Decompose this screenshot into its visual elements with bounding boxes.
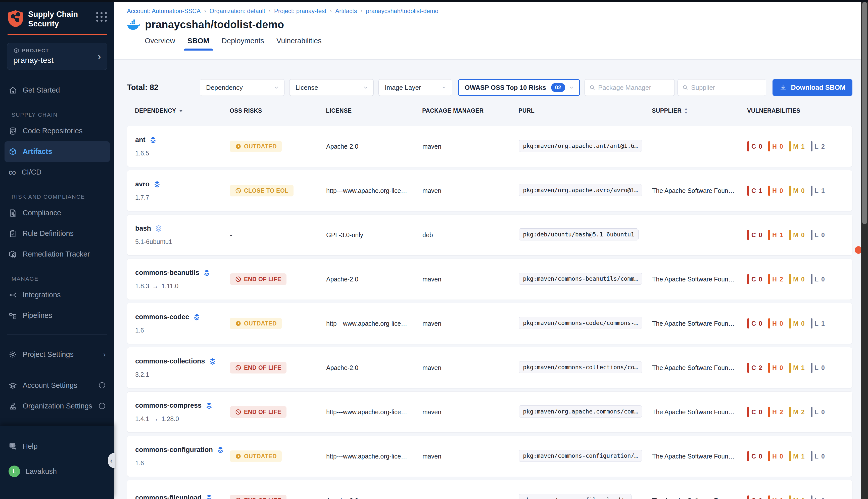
sidebar-item-integrations[interactable]: Integrations [4, 285, 110, 305]
severity-count-C: C0 [747, 407, 762, 417]
package-manager-cell: maven [423, 276, 519, 283]
download-sbom-button[interactable]: Download SBOM [772, 79, 852, 96]
purl-chip[interactable]: pkg:maven/commons-codec/commons-… [519, 317, 642, 329]
severity-count-H: H0 [768, 451, 783, 461]
oss-risk-cell: OUTDATED - [230, 141, 326, 152]
dependency-name: commons-codec [135, 313, 189, 321]
chevron-right-icon: › [103, 350, 106, 358]
purl-chip[interactable]: pkg:maven/commons-beanutils/comm… [519, 273, 642, 285]
vulnerabilities-cell: C1H0M0L1 [747, 186, 853, 196]
table-row[interactable]: commons-compress 1.4.1 → 1.28.0 END OF L… [127, 391, 852, 433]
breadcrumb-artifact-name[interactable]: pranaycshah/todolist-demo [366, 8, 438, 15]
column-header-package-manager: PACKAGE MANAGER [422, 107, 518, 114]
app-switcher-icon[interactable] [96, 12, 107, 22]
oss-risk-cell: END OF LIFE - [230, 406, 326, 418]
sidebar-item-get-started[interactable]: Get Started [4, 80, 110, 101]
sidebar-item-organization-settings[interactable]: Organization Settings [4, 395, 110, 416]
info-icon[interactable] [98, 402, 106, 410]
table-row[interactable]: commons-fileupload → END OF LIFE - Ap [127, 480, 852, 499]
severity-count-H: H0 [768, 318, 783, 328]
breadcrumb-separator: › [330, 8, 332, 14]
sidebar-divider [7, 334, 107, 335]
table-row[interactable]: commons-beanutils 1.8.3 → 1.11.0 END OF … [127, 258, 852, 300]
purl-chip[interactable]: pkg:maven/commons-collections/co… [519, 361, 642, 373]
severity-count-C: C0 [747, 318, 762, 328]
severity-count-L: L0 [811, 363, 825, 373]
sidebar-item-label: Help [23, 442, 38, 450]
total-count: Total: 82 [127, 83, 200, 92]
column-header-purl: PURL [518, 107, 652, 114]
remediation-tracker-icon [9, 250, 17, 258]
supplier-search-input[interactable] [691, 84, 762, 92]
sidebar-item-rule-definitions[interactable]: Rule Definitions [4, 223, 110, 244]
sidebar-item-pipelines[interactable]: Pipelines [4, 305, 110, 326]
supplier-cell: The Apache Software Foun… [652, 364, 747, 372]
dependency-filter-dropdown[interactable]: Dependency [200, 79, 285, 96]
info-icon[interactable] [98, 381, 106, 389]
package-manager-cell: maven [423, 497, 519, 499]
license-cell: GPL-3.0-only [326, 231, 423, 239]
column-header-supplier[interactable]: SUPPLIER [652, 107, 747, 114]
project-name: pranay-test [13, 56, 98, 65]
package-manager-search[interactable] [584, 79, 675, 96]
breadcrumb-project[interactable]: Project: pranay-test [274, 8, 326, 15]
license-filter-dropdown[interactable]: License [289, 79, 374, 96]
owasp-oss-risks-filter-dropdown[interactable]: OWASP OSS Top 10 Risks 02 [458, 79, 580, 96]
severity-count-M: M0 [789, 186, 805, 196]
license-cell: http---www.apache.org-lice… [326, 187, 423, 194]
sidebar-item-remediation-tracker[interactable]: Remediation Tracker [4, 244, 110, 265]
table-row[interactable]: bash 5.1-6ubuntu1 → - GPL-3.0-only [127, 214, 852, 256]
sidebar-item-artifacts[interactable]: Artifacts [4, 141, 110, 162]
project-selector[interactable]: PROJECT pranay-test › [7, 43, 107, 70]
sort-desc-icon [179, 109, 183, 113]
layers-icon [216, 446, 224, 454]
sidebar-item-code-repositories[interactable]: Code Repositories [4, 121, 110, 141]
package-manager-search-input[interactable] [598, 84, 670, 92]
sidebar-item-cicd[interactable]: ∞ CI/CD [4, 162, 110, 183]
help-chat-icon: ? [9, 442, 17, 450]
breadcrumb-account[interactable]: Account: Automation-SSCA [127, 8, 201, 15]
table-row[interactable]: commons-codec 1.6 → OUTDATED - http--- [127, 303, 852, 344]
dependency-name: commons-beanutils [135, 269, 199, 277]
table-row[interactable]: ant 1.6.5 → OUTDATED - Apache-2.0 [127, 126, 852, 167]
breadcrumb-artifacts[interactable]: Artifacts [335, 8, 357, 15]
table-row[interactable]: avro 1.7.7 → CLOSE TO EOL - http---www [127, 170, 852, 211]
sidebar-item-compliance[interactable]: Compliance [4, 203, 110, 223]
image-layer-filter-dropdown[interactable]: Image Layer [378, 79, 452, 96]
purl-chip[interactable]: pkg:maven/org.apache.ant/ant@1.6… [519, 140, 642, 152]
supplier-search[interactable] [678, 79, 766, 96]
package-manager-cell: maven [423, 143, 519, 150]
dependency-name: bash [135, 224, 151, 232]
tab-deployments[interactable]: Deployments [222, 37, 264, 51]
scrollbar-thumb[interactable] [862, 2, 867, 224]
tab-bar: Overview SBOM Deployments Vulnerabilitie… [145, 37, 861, 51]
sidebar-item-project-settings[interactable]: Project Settings › [4, 344, 110, 365]
purl-chip[interactable]: pkg:maven/org.apache.commons/com… [519, 405, 642, 417]
dependency-cell: commons-fileupload → [135, 494, 230, 499]
vulnerabilities-cell: C0H0M0L1 [747, 318, 853, 328]
purl-chip[interactable]: pkg:maven/commons-configuration/… [519, 450, 642, 462]
sidebar-item-help[interactable]: ? Help [4, 436, 110, 457]
breadcrumb-organization[interactable]: Organization: default [210, 8, 265, 15]
purl-chip[interactable]: pkg:maven/org.apache.avro/avro@1… [519, 184, 642, 196]
supply-chain-security-logo-icon [8, 10, 24, 28]
purl-chip[interactable]: pkg:deb/ubuntu/bash@5.1-6ubuntu1 [519, 228, 639, 241]
tab-sbom[interactable]: SBOM [188, 37, 209, 51]
purl-cell: pkg:maven/commons-fileupload/… [519, 494, 652, 499]
sidebar-item-account-settings[interactable]: Account Settings [4, 375, 110, 395]
tab-overview[interactable]: Overview [145, 37, 175, 51]
vulnerabilities-cell: C2H0M1L0 [747, 363, 853, 373]
pipelines-icon [9, 312, 17, 320]
package-manager-cell: maven [423, 453, 519, 460]
column-header-dependency[interactable]: DEPENDENCY [135, 107, 230, 114]
severity-count-L: L0 [811, 230, 825, 240]
severity-count-C: C0 [747, 451, 762, 461]
sidebar-item-label: Remediation Tracker [23, 250, 90, 258]
table-row[interactable]: commons-collections 3.2.1 → END OF LIFE … [127, 347, 852, 388]
tab-vulnerabilities[interactable]: Vulnerabilities [276, 37, 322, 51]
severity-count-L: L2 [811, 141, 825, 151]
scrollbar[interactable] [861, 0, 868, 499]
purl-chip[interactable]: pkg:maven/commons-fileupload/… [519, 494, 631, 499]
user-menu[interactable]: L Lavakush [4, 461, 110, 482]
table-row[interactable]: commons-configuration 1.6 → OUTDATED - [127, 436, 852, 477]
